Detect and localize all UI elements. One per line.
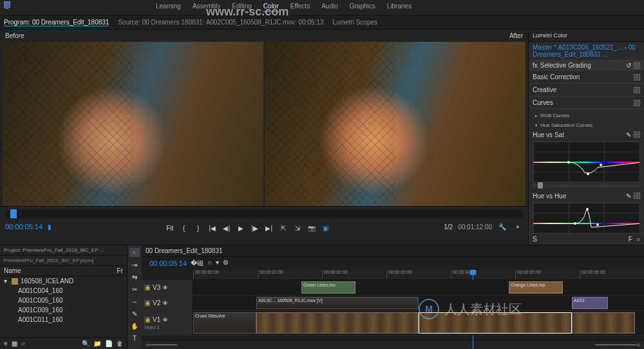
marker-add-icon[interactable]: ▾ [216,259,219,268]
clip-main[interactable]: A013C... 160508_R1JC.mov [V] [256,297,419,309]
master-clip-row: Master * A013C005_160521_... > 00 Dreame… [529,42,644,60]
ws-audio[interactable]: Audio [321,3,338,12]
link-icon[interactable]: ∩ [207,259,212,268]
playhead-marker[interactable] [10,209,17,218]
effect-enable-check[interactable] [634,62,640,69]
hvs-check[interactable] [634,131,640,138]
step-fwd-icon[interactable]: |▶ [250,223,260,232]
curves-check[interactable] [634,100,640,106]
quality-dropdown[interactable]: 1/2 [444,223,453,231]
project-item[interactable]: A001C011_160 [0,315,127,325]
new-item-icon[interactable]: 📄 [105,340,113,347]
step-back-icon[interactable]: ◀| [222,223,232,232]
lift-icon[interactable]: ⇱ [278,223,289,232]
wrench-icon[interactable]: 🔧 [497,222,507,231]
after-view[interactable] [265,42,526,206]
mark-out-icon[interactable]: } [193,223,204,232]
freeform-icon[interactable]: ○ [21,340,25,347]
play-icon[interactable]: ▶ [236,223,246,232]
selection-tool-icon[interactable]: ↖ [129,248,140,257]
marker-icon[interactable]: ▮ [48,223,52,231]
section-curves[interactable]: Curves [529,97,644,109]
list-view-icon[interactable]: ≡ [4,340,8,347]
project-list[interactable]: ▾160508_ICELAND A001C004_160 A001C005_16… [0,276,127,337]
ws-learning[interactable]: Learning [156,3,181,12]
source-tab[interactable]: Source: 00 Dreamers 180831: A002C005_160… [118,19,323,26]
project-item[interactable]: A001C005_160 [0,296,127,305]
project-item[interactable]: ▾160508_ICELAND [0,276,127,286]
clip-dissolve[interactable]: Cross Dissolve [193,312,256,334]
v2-lock-icon[interactable]: 🔒 [144,300,151,307]
project-item[interactable]: A001C009_160 [0,305,127,315]
project-tab[interactable]: Project: PremierePro_Fall_2018_IBC_EP ..… [0,245,127,256]
col-fr[interactable]: Fr [117,267,123,274]
clip-orange[interactable]: Orange Lines.mo [509,281,563,294]
settings-icon[interactable]: ⚙ [223,259,229,268]
razor-tool-icon[interactable]: ✂ [129,285,140,294]
fit-dropdown[interactable]: Fit [165,223,175,232]
extract-icon[interactable]: ⇲ [292,223,303,232]
track-select-tool-icon[interactable]: ⇥ [129,260,140,269]
eyedropper-icon-2[interactable]: ✎ [626,193,631,200]
rgb-curves-toggle[interactable]: RGB Curves [533,111,640,120]
tl-zoom-slider[interactable]: ○────── [146,341,177,348]
clip-v1-main[interactable] [256,312,419,334]
compare-icon[interactable]: ▣ [321,223,331,232]
trash-icon[interactable]: 🗑 [117,340,123,347]
tl-scroll[interactable]: ─────────○ [595,341,640,348]
goto-in-icon[interactable]: |◀ [207,223,218,232]
program-tab[interactable]: Program: 00 Dreamers_Edit_180831 [4,19,109,26]
type-tool-icon[interactable]: T [129,334,140,343]
clip-a033[interactable]: A033 [572,297,608,309]
col-name[interactable]: Name [4,267,117,274]
effect-name: Selective Grading [540,62,623,69]
hvs-slider[interactable] [533,184,640,187]
slip-tool-icon[interactable]: ↔ [129,297,140,306]
snap-icon[interactable]: �磁 [191,259,204,268]
v1-eye-icon[interactable]: 👁 [162,317,168,323]
basic-check[interactable] [634,74,640,80]
camera-icon[interactable]: 📷 [307,223,317,232]
eyedropper-icon[interactable]: ✎ [626,131,631,138]
project-breadcrumb[interactable]: PremierePro_Fall_2018_IBC_EP.prproj [0,256,127,266]
ws-libraries[interactable]: Libraries [387,3,412,12]
v2-eye-icon[interactable]: 👁 [162,300,168,307]
search-icon[interactable]: 🔍 [82,340,90,347]
watermark-url: www.rr-sc.com [206,5,289,19]
track-v2: 🔒V2👁 A013C... 160508_R1JC.mov [V] A033 [142,296,644,311]
sequence-tab[interactable]: 00 Dreamers_Edit_180831 [146,247,223,254]
hand-tool-icon[interactable]: ✋ [129,321,140,330]
mark-in-icon[interactable]: { [179,223,189,232]
clip-v1-end[interactable] [572,312,635,334]
v3-eye-icon[interactable]: 👁 [162,285,168,291]
pen-tool-icon[interactable]: ✎ [129,309,140,318]
ws-effects[interactable]: Effects [290,3,310,12]
clip-green[interactable]: Green Lines.mo [301,281,355,294]
creative-check[interactable] [634,87,640,93]
v1-lock-icon[interactable]: 🔒 [144,317,151,323]
reset-icon[interactable]: ↺ [626,62,631,69]
new-bin-icon[interactable]: 📁 [93,340,101,347]
before-view[interactable] [3,42,263,206]
btn-plus-icon[interactable]: + [513,222,523,231]
scopes-tab[interactable]: Lumetri Scopes [333,19,377,26]
section-creative[interactable]: Creative [529,84,644,97]
svg-point-4 [586,208,589,211]
v3-lock-icon[interactable]: 🔒 [144,285,151,291]
hvh-check[interactable] [634,193,640,199]
goto-out-icon[interactable]: ▶| [264,223,274,232]
ws-graphics[interactable]: Graphics [350,3,375,12]
current-timecode[interactable]: 00:00:05:14 [5,223,43,231]
section-basic[interactable]: Basic Correction [529,71,644,84]
time-ruler[interactable]: 00:00:00:00 00:00:01:00 00:00:02:00 00:0… [193,270,644,280]
timeline-timecode[interactable]: 00:00:05:14 [146,258,191,269]
icon-view-icon[interactable]: ▦ [12,340,17,347]
ripple-tool-icon[interactable]: ⇆ [129,272,140,281]
hsc-toggle[interactable]: Hue Saturation Curves [533,120,640,130]
hue-vs-hue-curve[interactable] [533,202,640,233]
scrubber[interactable] [5,209,523,218]
zoom-out-icon[interactable]: ○ [636,236,640,243]
project-item[interactable]: A001C004_160 [0,286,127,296]
hue-vs-sat-curve[interactable] [533,141,640,182]
effect-row[interactable]: fx Selective Grading ↺ [529,60,644,71]
